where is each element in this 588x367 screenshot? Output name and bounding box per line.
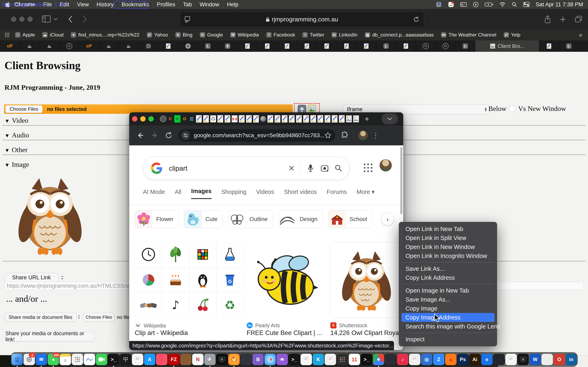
- pinned-tab-10[interactable]: [224, 115, 231, 123]
- extensions-puzzle-icon[interactable]: [341, 132, 348, 139]
- dock-app-store[interactable]: A: [144, 354, 155, 365]
- forward-button[interactable]: [82, 15, 88, 24]
- result-source[interactable]: S Shutterstock: [330, 322, 367, 328]
- dock-facetime[interactable]: [96, 354, 107, 365]
- profile-avatar[interactable]: [358, 131, 368, 140]
- context-item-open-link-in-new-window[interactable]: Open Link in New Window: [399, 242, 497, 251]
- context-item-open-image-in-new-tab[interactable]: Open Image in New Tab: [399, 286, 497, 295]
- dock-mail[interactable]: ✉: [35, 354, 47, 365]
- dock-news[interactable]: N: [192, 354, 204, 365]
- browser-tab-20[interactable]: L: [376, 40, 396, 52]
- bookmarks-grid-icon[interactable]: [4, 32, 10, 38]
- bookmark-icloud[interactable]: ☁iCloud: [42, 32, 63, 38]
- pinned-tab-6[interactable]: [196, 115, 202, 123]
- menubar-clock[interactable]: Sat Apr 11 7:38 PM: [536, 1, 583, 8]
- menu-item-view[interactable]: View: [77, 1, 89, 8]
- dock-vlc[interactable]: ▲: [445, 354, 457, 365]
- result-title[interactable]: 14,226 Owl Clipart Royalt...: [330, 329, 402, 337]
- bookmark-bing[interactable]: bBing: [175, 32, 192, 38]
- reload-icon[interactable]: [413, 16, 419, 23]
- pinned-tab-26[interactable]: [338, 115, 345, 123]
- section-image[interactable]: ▼Image: [4, 161, 29, 168]
- tab-overview-icon[interactable]: [574, 15, 583, 24]
- browser-tab-after-2[interactable]: L: [559, 40, 579, 52]
- dock-light-app[interactable]: [541, 354, 553, 365]
- browser-tab-15[interactable]: [277, 40, 297, 52]
- gtab-short-videos[interactable]: Short videos: [284, 189, 317, 199]
- new-tab-icon[interactable]: [559, 16, 567, 23]
- browser-tab-21[interactable]: [396, 40, 416, 52]
- result-collage-wikipedia[interactable]: ♻♪♻: [135, 242, 243, 317]
- inner-forward-button[interactable]: [150, 131, 159, 140]
- choose-files-button-2[interactable]: Choose Files: [83, 313, 114, 322]
- dock-illustrator[interactable]: Ai: [469, 354, 481, 365]
- menu-kebab-icon[interactable]: ⋮: [372, 132, 379, 139]
- dock-dark-app-2[interactable]: [385, 354, 396, 365]
- search-icon[interactable]: [335, 164, 342, 172]
- dock-doc-app[interactable]: [409, 354, 420, 365]
- context-item-open-link-in-split-view[interactable]: Open Link in Split View: [399, 234, 497, 242]
- gtab-shopping[interactable]: Shopping: [221, 189, 246, 199]
- menu-item-profiles[interactable]: Profiles: [157, 1, 175, 8]
- menu-item-tab[interactable]: Tab: [183, 1, 192, 8]
- playback-icon[interactable]: [473, 2, 479, 7]
- dock-calendar[interactable]: 11: [349, 354, 360, 365]
- dock-calculator[interactable]: [337, 354, 348, 365]
- dock-zoom[interactable]: Z: [433, 354, 444, 365]
- browser-tab-12[interactable]: 6: [218, 40, 238, 52]
- pinned-tab-23[interactable]: [317, 115, 324, 123]
- dock-doc-app-2[interactable]: [505, 354, 517, 365]
- context-item-search-this-image-with-google-lens[interactable]: Search this image with Google Lens: [399, 322, 497, 331]
- dock-word[interactable]: W: [529, 354, 541, 365]
- bookmark-yahoo[interactable]: y!Yahoo: [147, 32, 168, 38]
- menu-item-help[interactable]: Help: [227, 1, 238, 8]
- result-source[interactable]: W Wikipedia: [135, 322, 166, 329]
- browser-tab-23[interactable]: G: [436, 40, 456, 52]
- browser-tab-24[interactable]: L: [456, 40, 475, 52]
- dock-system-settings[interactable]: 3: [24, 354, 35, 365]
- chip-design[interactable]: Design: [278, 210, 323, 228]
- chips-scroll-arrow[interactable]: ›: [381, 213, 394, 225]
- dock-terminal-2[interactable]: >_: [361, 354, 372, 365]
- share-media-button[interactable]: Share media or document files: [4, 313, 76, 322]
- inner-minimize-button[interactable]: [140, 116, 146, 122]
- chip-outline[interactable]: Outline: [228, 210, 273, 228]
- wifi-icon[interactable]: [499, 2, 506, 7]
- gtab-videos[interactable]: Videos: [256, 189, 274, 199]
- control-center-icon[interactable]: [523, 2, 530, 7]
- pinned-tab-5[interactable]: brit box: [189, 115, 195, 123]
- dock-music-2[interactable]: ♪: [397, 354, 408, 365]
- google-search-box[interactable]: clipart: [143, 157, 350, 180]
- browser-tab-19[interactable]: [356, 40, 376, 52]
- dock-safari[interactable]: [264, 354, 276, 365]
- pinned-tab-17[interactable]: [274, 115, 281, 123]
- dock-blue-app[interactable]: ◎: [421, 354, 432, 365]
- pinned-tab-13[interactable]: [246, 115, 252, 123]
- bookmark-yelp[interactable]: y!Yelp: [504, 32, 520, 38]
- pinned-tab-22[interactable]: [310, 115, 316, 123]
- pinned-tab-18[interactable]: [281, 115, 288, 123]
- pinned-tab-15[interactable]: [260, 115, 267, 123]
- result-bee-image[interactable]: [247, 242, 327, 317]
- dock-preview[interactable]: [325, 354, 336, 365]
- chip-cute[interactable]: Cute: [184, 210, 223, 228]
- browser-tab-2[interactable]: [20, 40, 40, 52]
- browser-tab-8[interactable]: [139, 40, 158, 52]
- dock-launchpad[interactable]: [72, 354, 83, 365]
- browser-tab-9[interactable]: [158, 40, 178, 52]
- site-settings-icon[interactable]: [183, 133, 188, 138]
- pinned-tab-21[interactable]: [303, 115, 309, 123]
- browser-tab-4[interactable]: G: [60, 40, 79, 52]
- dock-linkedin-app[interactable]: in: [566, 354, 577, 365]
- browser-tab-7[interactable]: [119, 40, 139, 52]
- browser-tab-after-1[interactable]: [539, 40, 559, 52]
- dock-apple-tv[interactable]: tv: [216, 354, 228, 365]
- bookmark-wikipedia[interactable]: WWikipedia: [230, 32, 259, 38]
- choose-files-button[interactable]: Choose Files: [5, 105, 43, 113]
- scrollbar-thumb[interactable]: [400, 147, 402, 214]
- result-title[interactable]: FREE Cute Bee Clipart | ...: [247, 329, 328, 337]
- bookmark-linkedin[interactable]: inLinkedIn: [332, 32, 357, 38]
- dock-tv-2[interactable]: tv: [517, 354, 529, 365]
- result-source[interactable]: Pa Pearly Arts: [247, 322, 280, 328]
- browser-tab-11[interactable]: L: [198, 40, 218, 52]
